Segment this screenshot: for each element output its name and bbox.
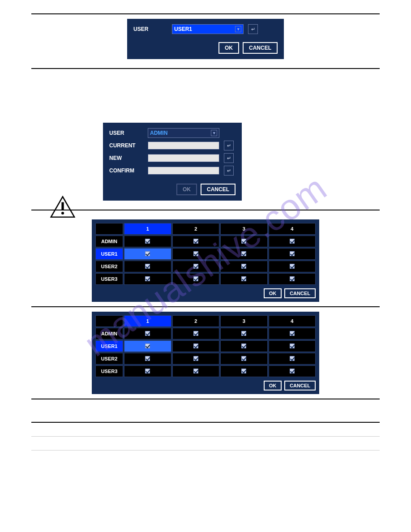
checkbox-icon	[145, 264, 150, 269]
table-row: ADMIN	[95, 236, 316, 247]
user-dropdown-value: ADMIN	[150, 130, 167, 136]
user-dropdown[interactable]: ADMIN ▾	[148, 128, 219, 138]
chevron-down-icon: ▾	[235, 26, 241, 32]
table-row: USER2	[95, 261, 316, 272]
checkbox-icon	[290, 251, 295, 256]
col-header[interactable]: 3	[220, 315, 268, 327]
perm-cell[interactable]	[269, 328, 316, 339]
col-header[interactable]: 4	[269, 315, 316, 327]
ok-button[interactable]: OK	[264, 288, 282, 298]
perm-cell[interactable]	[220, 365, 268, 377]
ok-button[interactable]: OK	[264, 381, 282, 390]
svg-point-2	[61, 212, 64, 215]
perm-cell[interactable]	[172, 328, 220, 339]
perm-cell[interactable]	[124, 273, 171, 285]
enter-button[interactable]: ↵	[224, 166, 234, 176]
row-header: USER3	[95, 273, 123, 285]
perm-cell[interactable]	[269, 273, 316, 285]
user-label: USER	[133, 26, 167, 32]
row-header: ADMIN	[95, 236, 123, 247]
perm-cell[interactable]	[269, 248, 316, 260]
perm-cell[interactable]	[269, 261, 316, 272]
perm-cell[interactable]	[172, 248, 220, 260]
perm-cell[interactable]	[220, 340, 268, 352]
permissions-table: 1 2 3 4 ADMIN USER1	[94, 222, 317, 286]
confirm-password-label: CONFIRM	[109, 167, 143, 174]
table-row: USER1	[95, 248, 316, 260]
ok-button[interactable]: OK	[176, 184, 197, 195]
perm-cell[interactable]	[172, 353, 220, 365]
perm-cell[interactable]	[124, 236, 171, 247]
table-corner	[95, 315, 123, 327]
password-change-dialog: USER ADMIN ▾ CURRENT ↵ NEW ↵ CONFIRM ↵	[103, 123, 242, 201]
checkbox-icon	[145, 369, 150, 373]
col-header[interactable]: 2	[172, 315, 220, 327]
checkbox-icon	[241, 331, 246, 336]
perm-cell[interactable]	[220, 328, 268, 339]
user-select-dialog: USER USER1 ▾ ↵ OK CANCEL	[127, 19, 284, 59]
enter-button[interactable]: ↵	[224, 153, 234, 163]
perm-cell[interactable]	[124, 248, 171, 260]
cancel-button[interactable]: CANCEL	[284, 288, 316, 298]
perm-cell[interactable]	[124, 353, 171, 365]
current-password-label: CURRENT	[109, 142, 143, 149]
perm-cell[interactable]	[269, 353, 316, 365]
checkbox-icon	[290, 331, 295, 336]
perm-cell[interactable]	[172, 365, 220, 377]
user-dropdown-value: USER1	[174, 26, 192, 32]
checkbox-icon	[193, 264, 198, 269]
checkbox-icon	[290, 276, 295, 281]
col-header[interactable]: 4	[269, 223, 316, 235]
user-dropdown[interactable]: USER1 ▾	[172, 24, 244, 34]
checkbox-icon	[145, 356, 150, 361]
perm-cell[interactable]	[220, 248, 268, 260]
divider-light	[31, 450, 380, 450]
ok-button[interactable]: OK	[218, 42, 239, 54]
row-header: ADMIN	[95, 328, 123, 339]
checkbox-icon	[290, 356, 295, 361]
cancel-button[interactable]: CANCEL	[284, 381, 316, 390]
enter-button[interactable]: ↵	[224, 141, 234, 150]
col-header[interactable]: 2	[172, 223, 220, 235]
checkbox-icon	[145, 276, 150, 281]
row-header: USER3	[95, 365, 123, 377]
perm-cell[interactable]	[124, 261, 171, 272]
perm-cell[interactable]	[220, 353, 268, 365]
perm-cell[interactable]	[124, 365, 171, 377]
chevron-down-icon: ▾	[211, 130, 217, 136]
warning-icon	[49, 195, 76, 219]
new-password-input[interactable]	[148, 154, 219, 162]
perm-cell[interactable]	[172, 261, 220, 272]
perm-cell[interactable]	[172, 340, 220, 352]
perm-cell[interactable]	[124, 328, 171, 339]
col-header[interactable]: 1	[124, 315, 171, 327]
row-header: USER2	[95, 261, 123, 272]
confirm-password-input[interactable]	[148, 167, 219, 175]
checkbox-icon	[145, 251, 150, 256]
table-row: USER3	[95, 273, 316, 285]
perm-cell[interactable]	[220, 273, 268, 285]
perm-cell[interactable]	[220, 261, 268, 272]
col-header[interactable]: 1	[124, 223, 171, 235]
perm-cell[interactable]	[269, 340, 316, 352]
checkbox-icon	[290, 369, 295, 373]
perm-cell[interactable]	[172, 236, 220, 247]
checkbox-icon	[193, 239, 198, 244]
col-header[interactable]: 3	[220, 223, 268, 235]
permissions-table: 1 2 3 4 ADMIN USER1	[94, 314, 317, 378]
cancel-button[interactable]: CANCEL	[201, 184, 235, 195]
perm-cell[interactable]	[269, 236, 316, 247]
perm-cell[interactable]	[269, 365, 316, 377]
checkbox-icon	[290, 239, 295, 244]
table-row: ADMIN	[95, 328, 316, 339]
row-header: USER2	[95, 353, 123, 365]
table-corner	[95, 223, 123, 235]
cancel-button[interactable]: CANCEL	[243, 42, 278, 54]
perm-cell[interactable]	[220, 236, 268, 247]
perm-cell[interactable]	[172, 273, 220, 285]
current-password-input[interactable]	[148, 142, 219, 150]
enter-button[interactable]: ↵	[248, 24, 258, 34]
table-row: USER2	[95, 353, 316, 365]
row-header: USER1	[95, 340, 123, 352]
perm-cell[interactable]	[124, 340, 171, 352]
